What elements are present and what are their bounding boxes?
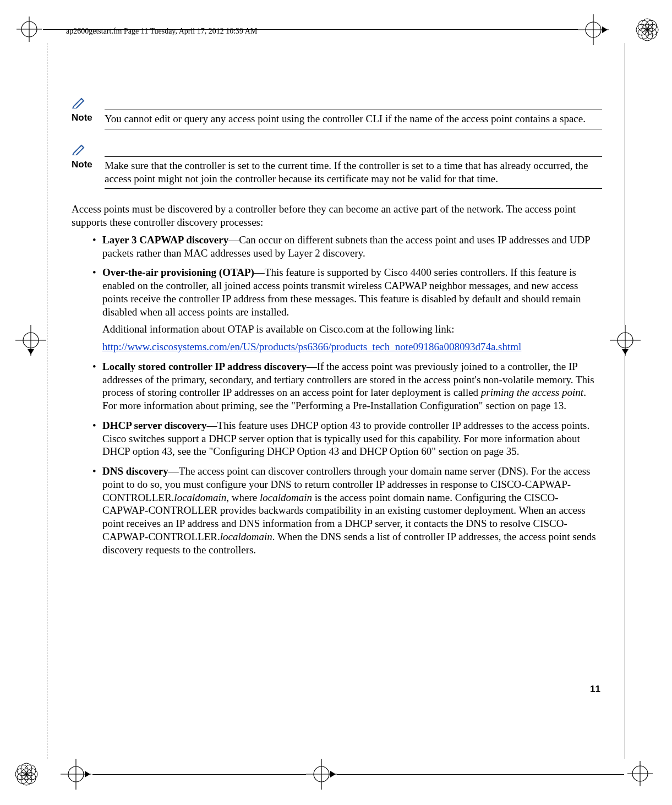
discovery-bullet-list: Layer 3 CAPWAP discovery—Can occur on di… xyxy=(72,233,602,557)
right-crop-line-bottom xyxy=(625,356,625,759)
page-number: 11 xyxy=(590,684,600,695)
crop-mark-right-mid xyxy=(610,325,641,356)
note-body-2: Make sure that the controller is set to … xyxy=(105,159,602,186)
bullet-dhcp: DHCP server discovery—This feature uses … xyxy=(94,419,602,458)
crop-mark-top-right-wheel xyxy=(578,14,609,45)
crop-mark-bottom-mid xyxy=(306,759,337,790)
bullet-local-ip: Locally stored controller IP address dis… xyxy=(94,360,602,412)
crop-mark-top-left xyxy=(17,17,42,42)
bullet-subtext: Additional information about OTAP is ava… xyxy=(102,323,602,336)
bullet-lead: DNS discovery xyxy=(102,465,168,477)
crop-mark-left-mid xyxy=(15,325,46,356)
crop-mark-bottom-right xyxy=(627,761,653,786)
bullet-lead: Over-the-air provisioning (OTAP) xyxy=(102,266,254,278)
intro-paragraph: Access points must be discovered by a co… xyxy=(72,203,602,229)
note-pen-icon xyxy=(72,143,87,155)
left-inner-crop-line xyxy=(47,43,47,759)
page-root: ap2600getstart.fm Page 11 Tuesday, April… xyxy=(0,0,672,805)
note-block-2: Note Make sure that the controller is se… xyxy=(72,143,602,189)
rosette-bottom-left xyxy=(12,760,41,788)
bottom-crop-line-right xyxy=(337,774,624,775)
note-rule-top xyxy=(105,110,602,110)
otap-link[interactable]: http://www.ciscosystems.com/en/US/produc… xyxy=(102,340,602,353)
note-rule-top xyxy=(105,156,602,157)
bullet-lead: Layer 3 CAPWAP discovery xyxy=(102,234,228,246)
svg-marker-23 xyxy=(622,349,629,355)
svg-marker-19 xyxy=(28,349,34,355)
bullet-italic-2: localdomain xyxy=(260,492,312,503)
svg-marker-40 xyxy=(330,771,336,777)
crop-mark-bottom-left-wheel xyxy=(61,759,91,790)
bullet-italic-1: localdomain xyxy=(174,492,226,503)
bottom-crop-line-left xyxy=(92,774,306,775)
right-crop-line-top xyxy=(625,43,625,325)
bullet-italic-3: localdomain xyxy=(220,531,272,542)
bullet-otap: Over-the-air provisioning (OTAP)—This fe… xyxy=(94,266,602,353)
svg-marker-36 xyxy=(85,771,90,777)
bullet-layer3: Layer 3 CAPWAP discovery—Can occur on di… xyxy=(94,233,602,260)
page-content: Note You cannot edit or query any access… xyxy=(72,96,602,563)
rosette-top-right xyxy=(633,15,662,44)
bullet-italic: priming the access point xyxy=(481,387,583,398)
note-pen-icon xyxy=(72,96,87,108)
bullet-lead: DHCP server discovery xyxy=(102,420,207,431)
note-label: Note xyxy=(72,159,105,170)
note-rule-bottom xyxy=(105,188,602,189)
running-header: ap2600getstart.fm Page 11 Tuesday, April… xyxy=(66,27,257,36)
note-body-1: You cannot edit or query any access poin… xyxy=(105,112,602,126)
bullet-text-b: , where xyxy=(226,492,260,503)
note-rule-bottom xyxy=(105,129,602,129)
bullet-lead: Locally stored controller IP address dis… xyxy=(102,361,307,372)
svg-marker-6 xyxy=(602,26,608,33)
note-block-1: Note You cannot edit or query any access… xyxy=(72,96,602,129)
note-label: Note xyxy=(72,112,105,123)
bullet-dns: DNS discovery—The access point can disco… xyxy=(94,465,602,556)
